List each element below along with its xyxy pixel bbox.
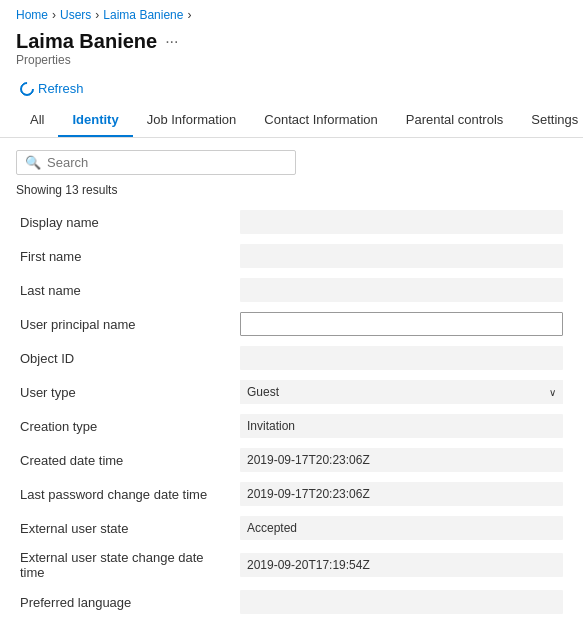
search-input[interactable]	[47, 155, 287, 170]
field-input-3[interactable]	[240, 312, 563, 336]
field-label: Sign in sessions valid from date time	[16, 619, 236, 623]
field-label: Created date time	[16, 443, 236, 477]
tab-bar: All Identity Job Information Contact Inf…	[0, 104, 583, 138]
table-row: User typeGuest∨	[16, 375, 567, 409]
field-label: Preferred language	[16, 585, 236, 619]
field-dropdown-5[interactable]: Guest∨	[240, 380, 563, 404]
field-label: Object ID	[16, 341, 236, 375]
field-label: User type	[16, 375, 236, 409]
field-value-9: Accepted	[240, 516, 563, 540]
tab-contact-information[interactable]: Contact Information	[250, 104, 391, 137]
field-label: Last password change date time	[16, 477, 236, 511]
table-row: Preferred language	[16, 585, 567, 619]
table-row: Last password change date time2019-09-17…	[16, 477, 567, 511]
field-label: External user state change date time	[16, 545, 236, 585]
table-row: Last name	[16, 273, 567, 307]
chevron-down-icon: ∨	[549, 387, 556, 398]
table-row: User principal name	[16, 307, 567, 341]
table-row: First name	[16, 239, 567, 273]
field-value-10: 2019-09-20T17:19:54Z	[240, 553, 563, 577]
table-row: Created date time2019-09-17T20:23:06Z	[16, 443, 567, 477]
table-row: External user stateAccepted	[16, 511, 567, 545]
table-row: Sign in sessions valid from date time201…	[16, 619, 567, 623]
field-empty-2	[240, 278, 563, 302]
search-icon: 🔍	[25, 155, 41, 170]
field-label: User principal name	[16, 307, 236, 341]
results-count: Showing 13 results	[16, 183, 567, 197]
tab-parental-controls[interactable]: Parental controls	[392, 104, 518, 137]
table-row: Display name	[16, 205, 567, 239]
field-empty-0	[240, 210, 563, 234]
page-title: Laima Baniene	[16, 30, 157, 53]
breadcrumb-home[interactable]: Home	[16, 8, 48, 22]
field-value-6: Invitation	[240, 414, 563, 438]
breadcrumb-current[interactable]: Laima Baniene	[103, 8, 183, 22]
page-subtitle: Properties	[0, 53, 583, 73]
breadcrumb: Home › Users › Laima Baniene ›	[0, 0, 583, 26]
refresh-label: Refresh	[38, 81, 84, 96]
tab-all[interactable]: All	[16, 104, 58, 137]
refresh-button[interactable]: Refresh	[16, 79, 88, 98]
breadcrumb-users[interactable]: Users	[60, 8, 91, 22]
field-value-8: 2019-09-17T20:23:06Z	[240, 482, 563, 506]
tab-settings[interactable]: Settings	[517, 104, 583, 137]
table-row: Creation typeInvitation	[16, 409, 567, 443]
field-label: Creation type	[16, 409, 236, 443]
table-row: External user state change date time2019…	[16, 545, 567, 585]
more-options-button[interactable]: ···	[165, 33, 178, 51]
field-label: First name	[16, 239, 236, 273]
search-container: 🔍	[16, 150, 296, 175]
table-row: Object ID	[16, 341, 567, 375]
refresh-icon	[17, 79, 37, 99]
tab-job-information[interactable]: Job Information	[133, 104, 251, 137]
tab-identity[interactable]: Identity	[58, 104, 132, 137]
field-label: Last name	[16, 273, 236, 307]
field-value-7: 2019-09-17T20:23:06Z	[240, 448, 563, 472]
field-empty-4	[240, 346, 563, 370]
properties-table: Display nameFirst nameLast nameUser prin…	[16, 205, 567, 623]
field-empty-1	[240, 244, 563, 268]
field-label: External user state	[16, 511, 236, 545]
field-empty-11	[240, 590, 563, 614]
field-label: Display name	[16, 205, 236, 239]
